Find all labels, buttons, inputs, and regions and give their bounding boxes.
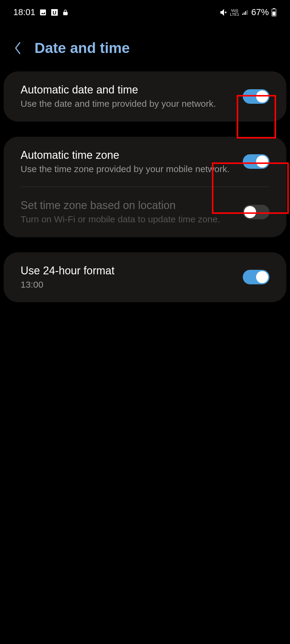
toggle-knob (256, 271, 268, 283)
status-time: 18:01 (13, 7, 35, 17)
toggle-knob (256, 155, 268, 168)
setting-subtitle: 13:00 (21, 279, 237, 290)
signal-icon (242, 9, 249, 16)
toggle-auto-timezone[interactable] (243, 154, 269, 169)
setting-title: Set time zone based on location (21, 199, 237, 212)
toggle-knob (256, 90, 268, 103)
setting-title: Automatic time zone (21, 149, 237, 162)
row-location-timezone: Set time zone based on location Turn on … (4, 187, 286, 237)
status-bar-right: Vo))LTE1 67% (220, 7, 277, 17)
setting-title: Use 24-hour format (21, 264, 237, 277)
row-hour-format[interactable]: Use 24-hour format 13:00 (4, 252, 286, 302)
battery-percent: 67% (251, 7, 269, 17)
svg-rect-9 (272, 11, 275, 15)
setting-subtitle: Use the date and time provided by your n… (21, 98, 237, 110)
row-auto-timezone[interactable]: Automatic time zone Use the time zone pr… (4, 137, 286, 187)
setting-subtitle: Use the time zone provided by your mobil… (21, 163, 237, 175)
svg-rect-6 (247, 10, 248, 15)
setting-text: Set time zone based on location Turn on … (21, 199, 243, 225)
svg-rect-5 (245, 11, 246, 15)
card-auto-datetime: Automatic date and time Use the date and… (4, 71, 286, 122)
svg-rect-3 (242, 14, 243, 15)
lte-indicator: Vo))LTE1 (230, 8, 239, 16)
card-timezone: Automatic time zone Use the time zone pr… (4, 137, 286, 237)
card-hour-format: Use 24-hour format 13:00 (4, 252, 286, 302)
status-bar: 18:01 U Vo))LTE1 67% (0, 0, 290, 25)
toggle-knob (244, 206, 256, 218)
back-icon[interactable] (13, 41, 22, 55)
row-auto-datetime[interactable]: Automatic date and time Use the date and… (4, 71, 286, 122)
status-bar-left: 18:01 U (13, 7, 69, 17)
toggle-location-timezone (243, 205, 269, 219)
page-title: Date and time (35, 40, 130, 56)
image-icon (39, 8, 47, 16)
svg-rect-4 (244, 12, 245, 15)
setting-subtitle: Turn on Wi-Fi or mobile data to update t… (21, 214, 237, 225)
setting-text: Use 24-hour format 13:00 (21, 264, 243, 290)
toggle-auto-datetime[interactable] (243, 89, 269, 104)
u-icon: U (51, 8, 58, 16)
setting-text: Automatic time zone Use the time zone pr… (21, 149, 243, 175)
toggle-hour-format[interactable] (243, 270, 269, 284)
setting-title: Automatic date and time (21, 83, 237, 96)
svg-text:U: U (52, 9, 56, 15)
page-header: Date and time (0, 25, 290, 71)
setting-text: Automatic date and time Use the date and… (21, 83, 243, 110)
battery-icon (271, 8, 277, 17)
lock-icon (62, 8, 69, 16)
svg-rect-0 (40, 9, 46, 15)
mute-icon (220, 8, 228, 16)
